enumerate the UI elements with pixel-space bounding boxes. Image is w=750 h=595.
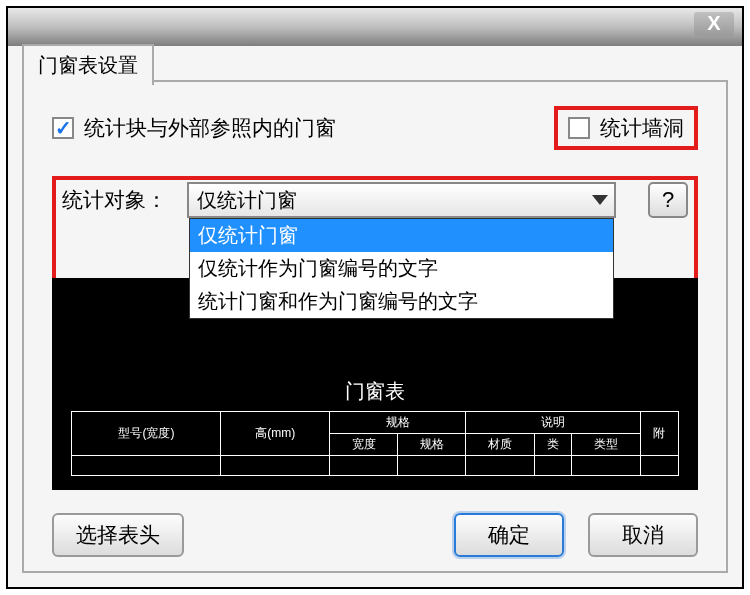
data-cell <box>466 456 534 476</box>
titlebar: X <box>8 8 742 46</box>
header-cell: 类型 <box>572 434 640 456</box>
close-button[interactable]: X <box>694 12 734 36</box>
select-header-button[interactable]: 选择表头 <box>52 513 184 557</box>
header-cell: 材质 <box>466 434 534 456</box>
preview-title: 门窗表 <box>52 378 698 411</box>
combo-selected-text: 仅统计门窗 <box>197 187 297 214</box>
stat-target-row: 统计对象： 仅统计门窗 仅统计门窗 仅统计作为门窗编号的文字 统计门窗和作为门窗… <box>62 182 688 218</box>
header-cell: 类 <box>534 434 572 456</box>
ok-button[interactable]: 确定 <box>454 513 564 557</box>
dropdown-option-0[interactable]: 仅统计门窗 <box>190 219 613 252</box>
data-cell <box>398 456 466 476</box>
header-cell: 型号(宽度) <box>72 412 221 456</box>
data-cell <box>72 456 221 476</box>
data-cell <box>640 456 678 476</box>
content-panel: 统计块与外部参照内的门窗 统计墙洞 统计对象： 仅统计门窗 仅统计门窗 仅统计作… <box>22 80 728 573</box>
data-cell <box>572 456 640 476</box>
checkbox-block-external-label: 统计块与外部参照内的门窗 <box>84 114 336 142</box>
data-cell <box>534 456 572 476</box>
help-button[interactable]: ? <box>648 182 688 218</box>
checkbox-box-unchecked[interactable] <box>568 117 590 139</box>
checkbox-box-checked[interactable] <box>52 117 74 139</box>
dropdown-option-2[interactable]: 统计门窗和作为门窗编号的文字 <box>190 285 613 318</box>
button-row: 选择表头 确定 取消 <box>52 513 698 557</box>
checkbox-wall-hole-highlight: 统计墙洞 <box>554 106 698 150</box>
header-cell: 高(mm) <box>221 412 330 456</box>
header-cell: 规格 <box>398 434 466 456</box>
header-cell: 规格 <box>329 412 465 434</box>
cancel-button[interactable]: 取消 <box>588 513 698 557</box>
stat-target-dropdown: 仅统计门窗 仅统计作为门窗编号的文字 统计门窗和作为门窗编号的文字 <box>189 218 614 319</box>
dropdown-option-1[interactable]: 仅统计作为门窗编号的文字 <box>190 252 613 285</box>
header-cell: 说明 <box>466 412 640 434</box>
checkbox-wall-hole[interactable]: 统计墙洞 <box>568 114 684 142</box>
stat-target-label: 统计对象： <box>62 186 167 214</box>
data-cell <box>329 456 397 476</box>
table-row <box>72 456 678 476</box>
dialog-window: X 门窗表设置 统计块与外部参照内的门窗 统计墙洞 统计对象： 仅统计门窗 <box>6 6 744 589</box>
header-cell: 附 <box>640 412 678 456</box>
checkbox-wall-hole-label: 统计墙洞 <box>600 114 684 142</box>
preview-table: 型号(宽度) 高(mm) 规格 说明 附 宽度 规格 材质 类 类型 <box>71 411 678 476</box>
checkbox-row: 统计块与外部参照内的门窗 统计墙洞 <box>52 106 698 150</box>
header-cell: 宽度 <box>329 434 397 456</box>
stat-target-combobox[interactable]: 仅统计门窗 仅统计门窗 仅统计作为门窗编号的文字 统计门窗和作为门窗编号的文字 <box>187 182 616 218</box>
tab-title[interactable]: 门窗表设置 <box>22 44 154 85</box>
table-row: 型号(宽度) 高(mm) 规格 说明 附 <box>72 412 678 434</box>
data-cell <box>221 456 330 476</box>
chevron-down-icon <box>592 195 608 205</box>
checkbox-block-external[interactable]: 统计块与外部参照内的门窗 <box>52 114 336 142</box>
